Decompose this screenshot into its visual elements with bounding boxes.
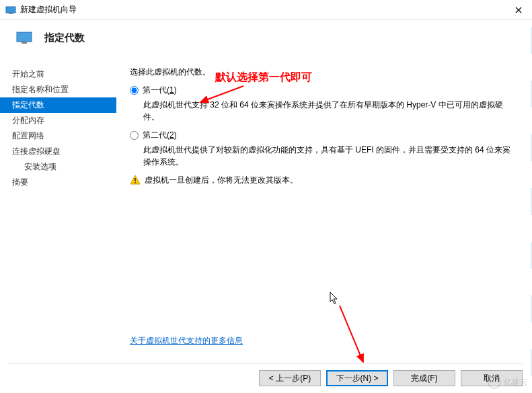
wizard-footer: < 上一步(P) 下一步(N) > 完成(F) 取消: [9, 363, 523, 386]
sidebar-item-network[interactable]: 配置网络: [0, 128, 116, 144]
sidebar-item-memory[interactable]: 分配内存: [0, 113, 116, 128]
gen1-radio-row[interactable]: 第一代(1): [130, 85, 516, 96]
gen1-description: 此虚拟机世代支持 32 位和 64 位来宾操作系统并提供了在所有早期版本的 Hy…: [143, 99, 516, 123]
sidebar-item-generation[interactable]: 指定代数: [0, 97, 116, 113]
wizard-content: 选择此虚拟机的代数。 第一代(1) 此虚拟机世代支持 32 位和 64 位来宾操…: [116, 58, 532, 347]
header-icon: [16, 30, 32, 46]
generation-option-2: 第二代(2) 此虚拟机世代提供了对较新的虚拟化功能的支持，具有基于 UEFI 的…: [130, 130, 516, 168]
warning-text: 虚拟机一旦创建后，你将无法更改其版本。: [145, 175, 298, 186]
svg-rect-5: [135, 182, 136, 183]
titlebar: 新建虚拟机向导: [0, 0, 532, 20]
close-button[interactable]: [505, 0, 532, 20]
sidebar-item-summary[interactable]: 摘要: [0, 175, 116, 190]
svg-rect-1: [9, 13, 13, 14]
gen1-label: 第一代(1): [143, 85, 177, 96]
finish-button[interactable]: 完成(F): [393, 370, 455, 386]
app-icon: [5, 5, 16, 15]
svg-rect-2: [17, 32, 32, 42]
generation-option-1: 第一代(1) 此虚拟机世代支持 32 位和 64 位来宾操作系统并提供了在所有早…: [130, 85, 516, 123]
more-info-row: 关于虚拟机世代支持的更多信息: [130, 335, 243, 347]
svg-rect-3: [22, 42, 27, 44]
gen2-description: 此虚拟机世代提供了对较新的虚拟化功能的支持，具有基于 UEFI 的固件，并且需要…: [143, 144, 516, 168]
wizard-header: 指定代数: [0, 20, 532, 58]
gen1-radio[interactable]: [130, 86, 139, 95]
sidebar-item-before-begin[interactable]: 开始之前: [0, 67, 116, 82]
previous-button[interactable]: < 上一步(P): [259, 370, 321, 386]
gen2-radio[interactable]: [130, 131, 139, 140]
more-info-link[interactable]: 关于虚拟机世代支持的更多信息: [130, 336, 243, 345]
page-title: 指定代数: [44, 32, 85, 44]
next-button[interactable]: 下一步(N) >: [326, 370, 388, 386]
gen2-radio-row[interactable]: 第二代(2): [130, 130, 516, 141]
warning-row: 虚拟机一旦创建后，你将无法更改其版本。: [130, 175, 516, 186]
content-intro: 选择此虚拟机的代数。: [130, 67, 516, 78]
svg-rect-0: [6, 7, 15, 13]
wizard-steps-sidebar: 开始之前 指定名称和位置 指定代数 分配内存 配置网络 连接虚拟硬盘 安装选项 …: [0, 58, 116, 347]
sidebar-item-install-options[interactable]: 安装选项: [0, 159, 116, 175]
warning-icon: [130, 175, 141, 185]
svg-rect-4: [135, 178, 136, 181]
cancel-button[interactable]: 取消: [461, 370, 523, 386]
sidebar-item-vhd[interactable]: 连接虚拟硬盘: [0, 144, 116, 159]
gen2-label: 第二代(2): [143, 130, 177, 141]
window-title: 新建虚拟机向导: [20, 4, 505, 15]
sidebar-item-name-location[interactable]: 指定名称和位置: [0, 82, 116, 97]
